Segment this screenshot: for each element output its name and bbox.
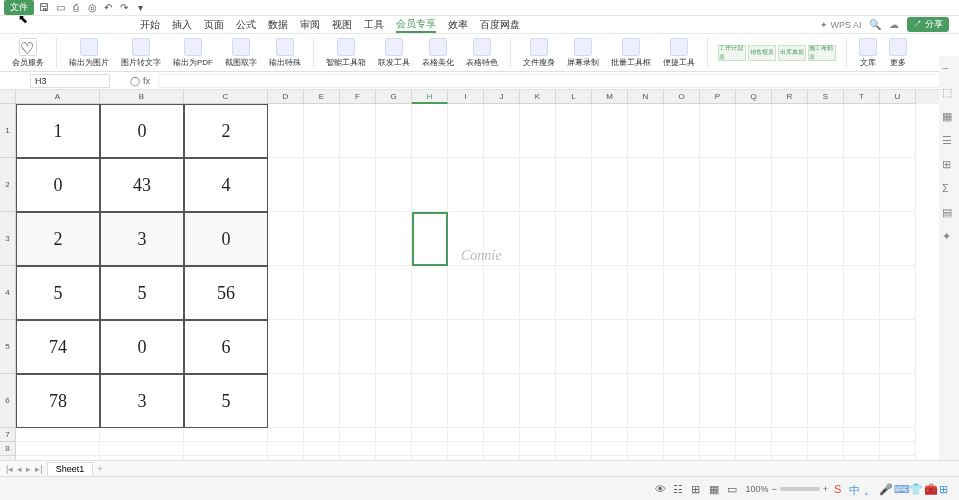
cell[interactable] [412,428,448,442]
cell[interactable] [556,320,592,374]
cell[interactable] [736,212,772,266]
keyboard-icon[interactable]: ⌨ [894,483,906,495]
zoom-out-icon[interactable]: − [771,484,776,494]
cell[interactable] [376,320,412,374]
cell[interactable]: 2 [16,212,100,266]
cell[interactable] [664,442,700,456]
cell[interactable] [880,104,916,158]
ime-cn-icon[interactable]: 中 [849,483,861,495]
cell[interactable] [880,212,916,266]
template-thumb[interactable]: 工作计划表 [718,45,746,61]
cell[interactable] [340,104,376,158]
cell[interactable] [268,158,304,212]
cell[interactable] [736,158,772,212]
cloud-icon[interactable]: ☁ [889,19,899,30]
cell[interactable]: 78 [16,374,100,428]
cell[interactable] [772,428,808,442]
cell[interactable]: 0 [100,320,184,374]
cell[interactable] [880,158,916,212]
cell[interactable] [808,320,844,374]
cell[interactable]: 5 [184,374,268,428]
cell[interactable] [412,442,448,456]
cell[interactable] [484,442,520,456]
mic-icon[interactable]: 🎤 [879,483,891,495]
cell[interactable] [664,320,700,374]
cell[interactable] [16,428,100,442]
cell[interactable] [340,158,376,212]
tab-formula[interactable]: 公式 [236,18,256,32]
col-header[interactable]: B [100,90,184,104]
cell[interactable] [340,212,376,266]
tab-start[interactable]: 开始 [140,18,160,32]
settings-icon[interactable]: ▦ [942,110,956,124]
cell[interactable] [700,104,736,158]
row-header[interactable]: 4 [0,266,16,320]
cell[interactable] [268,212,304,266]
col-header[interactable]: Q [736,90,772,104]
col-header[interactable]: N [628,90,664,104]
cell[interactable] [520,158,556,212]
cell[interactable] [484,158,520,212]
cell[interactable] [520,320,556,374]
sheet-prev-icon[interactable]: ◂ [17,464,22,474]
cell[interactable] [556,428,592,442]
cell[interactable] [484,320,520,374]
wps-ai-button[interactable]: ✦ WPS AI [820,20,862,30]
cell[interactable] [304,104,340,158]
cell[interactable] [592,428,628,442]
cell[interactable] [628,374,664,428]
cell[interactable] [304,158,340,212]
cell[interactable] [484,266,520,320]
minus-icon[interactable]: − [942,62,956,76]
sheet-next-icon[interactable]: ▸ [26,464,31,474]
cell[interactable] [772,158,808,212]
cell[interactable]: 0 [16,158,100,212]
cell[interactable] [700,266,736,320]
cell[interactable] [628,428,664,442]
row-header[interactable]: 5 [0,320,16,374]
cell[interactable]: 3 [100,374,184,428]
file-menu-button[interactable]: 文件 [4,0,34,15]
style-icon[interactable]: ☰ [942,134,956,148]
cell[interactable] [880,374,916,428]
cell[interactable] [664,374,700,428]
col-header[interactable]: A [16,90,100,104]
cell[interactable] [808,158,844,212]
row-header[interactable]: 1 [0,104,16,158]
cell[interactable] [844,320,880,374]
preview-icon[interactable]: ◎ [86,2,98,14]
cell[interactable] [628,442,664,456]
print-icon[interactable]: ⎙ [70,2,82,14]
cell[interactable] [628,266,664,320]
cell[interactable] [880,266,916,320]
cell[interactable] [592,104,628,158]
cell[interactable] [592,158,628,212]
add-sheet-icon[interactable]: + [97,464,102,474]
cell[interactable] [340,320,376,374]
cell[interactable]: 56 [184,266,268,320]
cell[interactable] [736,266,772,320]
cell[interactable] [880,442,916,456]
redo-icon[interactable]: ↷ [118,2,130,14]
cell[interactable] [664,158,700,212]
ribbon-table-features[interactable]: 表格特色 [464,38,500,68]
table-icon[interactable]: ▤ [942,206,956,220]
tab-insert[interactable]: 插入 [172,18,192,32]
cell[interactable] [376,374,412,428]
tab-page[interactable]: 页面 [204,18,224,32]
cell[interactable] [808,428,844,442]
cell[interactable] [448,320,484,374]
cell[interactable] [664,266,700,320]
cell[interactable] [268,266,304,320]
cell[interactable] [844,158,880,212]
col-header-selected[interactable]: H [412,90,448,104]
cell[interactable] [844,442,880,456]
cell[interactable] [772,266,808,320]
cell[interactable] [772,104,808,158]
tab-data[interactable]: 数据 [268,18,288,32]
zoom-slider[interactable] [780,487,820,491]
cell[interactable] [448,266,484,320]
name-box[interactable]: H3 [30,74,110,88]
sogou-icon[interactable]: S [834,483,846,495]
cell[interactable] [340,442,376,456]
